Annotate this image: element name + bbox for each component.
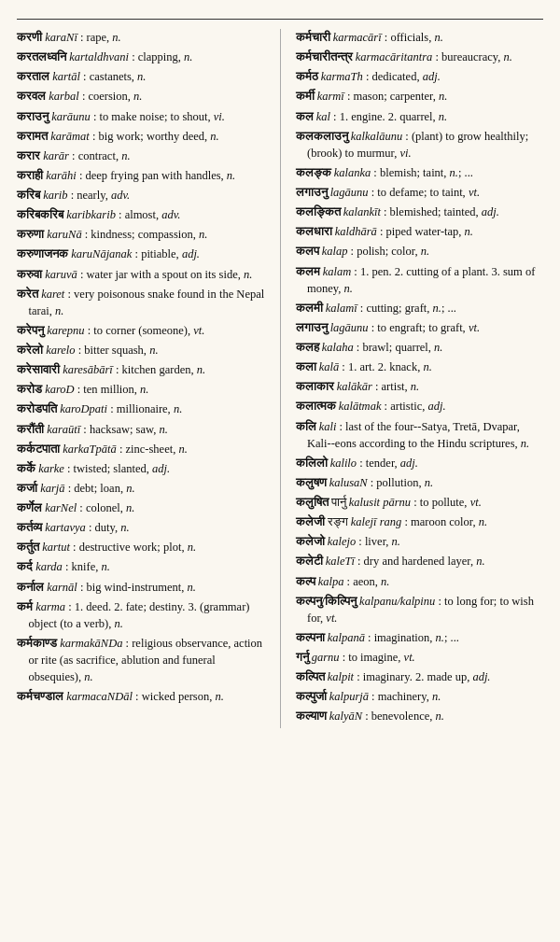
column-divider [280, 29, 281, 728]
dictionary-entry: कराही karāhi : deep frying pan with hand… [17, 167, 265, 184]
dictionary-entry: करुणाजनक karuNājanak : pitiable, adj. [17, 246, 265, 262]
dictionary-entry: कलेजी रङ्ग kalejī rang : maroon color, n… [296, 513, 544, 530]
dictionary-entry: कलङ्क kalanka : blemish; taint, n.; ... [296, 164, 544, 181]
page-header [17, 15, 543, 20]
dictionary-entry: करुणा karuNā : kindness; compassion, n. [17, 226, 265, 243]
dictionary-entry: कलुषण kalusaN : pollution, n. [296, 474, 544, 491]
dictionary-columns: करणी karaNī : rape, n.करतलध्वनि kartaldh… [17, 29, 543, 728]
dictionary-entry: करुवा karuvā : water jar with a spout on… [17, 266, 265, 283]
dictionary-entry: करेसावारी karesābārī : kitchen garden, n… [17, 361, 265, 378]
dictionary-entry: कल्पना kalpanā : imagination, n.; ... [296, 629, 544, 646]
dictionary-entry: कलि kali : last of the four--Satya, Tret… [296, 418, 544, 452]
dictionary-entry: कर्के karke : twisted; slanted, adj. [17, 460, 265, 477]
dictionary-entry: कर्द karda : knife, n. [17, 558, 265, 575]
dictionary-entry: कल्पनु/किल्पिनु kalpanu/kalpinu : to lon… [296, 593, 544, 626]
dictionary-entry: कर्मचण्डाल karmacaNDāl : wicked person, … [17, 688, 265, 705]
left-column: करणी karaNī : rape, n.करतलध्वनि kartaldh… [17, 29, 265, 728]
dictionary-entry: गर्नु garnu : to imagine, vt. [296, 649, 544, 666]
dictionary-entry: कलप kalap : polish; color, n. [296, 243, 544, 260]
dictionary-entry: कर्तुत kartut : destructive work; plot, … [17, 539, 265, 555]
right-column: कर्मचारी karmacārī : officials, n.कर्मचा… [296, 29, 544, 728]
dictionary-entry: कलाकार kalākār : artist, n. [296, 378, 544, 395]
dictionary-entry: कलुषित पार्नु kalusit pārnu : to pollute… [296, 494, 544, 511]
dictionary-entry: करोडपति karoDpati : millionaire, n. [17, 401, 265, 417]
dictionary-entry: कराउनु karāunu : to make noise; to shout… [17, 108, 265, 125]
dictionary-entry: कल्प kalpa : aeon, n. [296, 573, 544, 590]
dictionary-entry: कर्मकाण्ड karmakāNDa : religious observa… [17, 635, 265, 685]
dictionary-entry: कलम kalam : 1. pen. 2. cutting of a plan… [296, 263, 544, 297]
dictionary-entry: लगाउनु lagāunu : to defame; to taint, vt… [296, 184, 544, 201]
dictionary-entry: करिबकरिब karibkarib : almost, adv. [17, 206, 265, 223]
dictionary-entry: करिब karib : nearly, adv. [17, 187, 265, 204]
dictionary-entry: कलेजो kalejo : liver, n. [296, 533, 544, 550]
dictionary-entry: कर्मठ karmaTh : dedicated, adj. [296, 68, 544, 85]
dictionary-entry: कल्पित kalpit : imaginary. 2. made up, a… [296, 668, 544, 685]
dictionary-entry: करोड karoD : ten million, n. [17, 381, 265, 398]
dictionary-entry: कलात्मक kalātmak : artistic, adj. [296, 398, 544, 415]
dictionary-entry: कलेटी kaleTī : dry and hardened layer, n… [296, 553, 544, 569]
dictionary-entry: करौंती karaūtī : hacksaw; saw, n. [17, 421, 265, 438]
dictionary-entry: करवल karbal : coersion, n. [17, 88, 265, 105]
dictionary-entry: कलङ्कित kalankīt : blemished; tainted, a… [296, 204, 544, 220]
dictionary-entry: करताल kartāl : castanets, n. [17, 68, 265, 85]
dictionary-entry: कलमी kalamī : cutting; graft, n.; ... [296, 300, 544, 316]
dictionary-entry: करेत karet : very poisonous snake found … [17, 286, 265, 319]
dictionary-entry: करेलो karelo : bitter squash, n. [17, 342, 265, 359]
dictionary-entry: कला kalā : 1. art. 2. knack, n. [296, 359, 544, 375]
dictionary-entry: कल kal : 1. engine. 2. quarrel, n. [296, 108, 544, 125]
dictionary-entry: कर्तव्य kartavya : duty, n. [17, 519, 265, 536]
dictionary-entry: कलकलाउनु kalkalāunu : (plant) to grow he… [296, 128, 544, 162]
dictionary-entry: कर्मचारी karmacārī : officials, n. [296, 29, 544, 46]
dictionary-entry: कलधारा kaldhārā : piped water-tap, n. [296, 223, 544, 240]
dictionary-entry: करणी karaNī : rape, n. [17, 29, 265, 46]
dictionary-entry: कल्याण kalyāN : benevolence, n. [296, 708, 544, 724]
dictionary-entry: कर्मी karmī : mason; carpenter, n. [296, 88, 544, 105]
dictionary-entry: करामत karāmat : big work; worthy deed, n… [17, 128, 265, 145]
dictionary-entry: कर्मचारीतन्त्र karmacāritantra : bureauc… [296, 49, 544, 65]
dictionary-entry: लगाउनु lagāunu : to engraft; to graft, v… [296, 319, 544, 336]
dictionary-entry: कर्णेल karNel : colonel, n. [17, 499, 265, 516]
dictionary-entry: करतलध्वनि kartaldhvani : clapping, n. [17, 49, 265, 65]
dictionary-entry: करेपनु karepnu : to corner (someone), vt… [17, 322, 265, 339]
dictionary-page: करणी karaNī : rape, n.करतलध्वनि kartaldh… [0, 0, 560, 942]
dictionary-entry: कर्कटपाता karkaTpātā : zinc-sheet, n. [17, 441, 265, 457]
dictionary-entry: कलह kalaha : brawl; quarrel, n. [296, 339, 544, 356]
dictionary-entry: कलिलो kalilo : tender, adj. [296, 455, 544, 471]
dictionary-entry: कर्म karma : 1. deed. 2. fate; destiny. … [17, 598, 265, 632]
dictionary-entry: करार karār : contract, n. [17, 148, 265, 164]
dictionary-entry: कर्जा karjā : debt; loan, n. [17, 480, 265, 497]
dictionary-entry: कर्नाल karnāl : big wind-instrument, n. [17, 579, 265, 596]
dictionary-entry: कल्पुर्जा kalpurjā : machinery, n. [296, 688, 544, 705]
